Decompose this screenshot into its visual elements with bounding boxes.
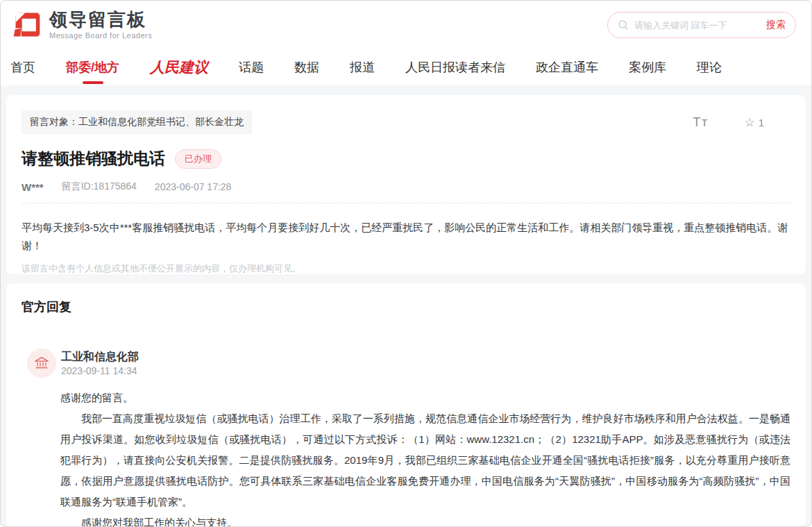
- nav-item-gov-biz-express[interactable]: 政企直通车: [536, 49, 598, 85]
- nav-item-home[interactable]: 首页: [10, 49, 35, 85]
- reply-section-title: 官方回复: [22, 299, 790, 315]
- reply-paragraph: 感谢您对我部工作的关心与支持。: [60, 512, 790, 527]
- divider: [22, 203, 790, 203]
- search-box: 搜索: [607, 12, 796, 38]
- main-nav: 首页 部委/地方 人民建议 话题 数据 报道 人民日报读者来信 政企直通车 案例…: [1, 49, 811, 85]
- author-name: W***: [22, 181, 44, 193]
- nav-item-case-library[interactable]: 案例库: [629, 49, 666, 85]
- favorite-button[interactable]: ☆ 1: [744, 115, 764, 130]
- site-header: 领导留言板 Message Board for Leaders 搜索: [1, 1, 811, 49]
- message-target-row: 留言对象：工业和信息化部党组书记、部长金壮龙 Tᴛ ☆ 1: [22, 110, 790, 134]
- logo-icon: [12, 10, 42, 40]
- message-author-row: W*** 留言ID:18175864 2023-06-07 17:28: [22, 181, 790, 193]
- message-title-row: 请整顿推销骚扰电话 已办理: [22, 148, 790, 169]
- reply-agency-name: 工业和信息化部: [61, 350, 139, 365]
- reply-meta: 工业和信息化部 2023-09-11 14:34: [61, 350, 139, 377]
- search-icon: [618, 19, 629, 31]
- message-title: 请整顿推销骚扰电话: [22, 148, 165, 169]
- official-reply-card: 官方回复 工业和信息化部 2023-09-11 14:34: [6, 283, 806, 527]
- message-target-tag: 留言对象：工业和信息化部党组书记、部长金壮龙: [22, 110, 252, 134]
- logo-title: 领导留言板: [49, 10, 152, 29]
- nav-item-reader-letters[interactable]: 人民日报读者来信: [405, 49, 505, 85]
- search-input[interactable]: [634, 20, 761, 31]
- reply-body: 感谢您的留言。 我部一直高度重视垃圾短信（或骚扰电话）治理工作，采取了一系列措施…: [60, 387, 790, 527]
- nav-item-reports[interactable]: 报道: [350, 49, 375, 85]
- font-size-icon[interactable]: Tᴛ: [693, 115, 708, 130]
- favorite-count: 1: [759, 117, 764, 128]
- logo-text: 领导留言板 Message Board for Leaders: [49, 10, 152, 39]
- government-building-icon: [34, 355, 49, 371]
- site-logo[interactable]: 领导留言板 Message Board for Leaders: [12, 10, 152, 40]
- message-id: 留言ID:18175864: [62, 181, 137, 193]
- nav-item-topics[interactable]: 话题: [239, 49, 264, 85]
- reply-paragraph: 我部一直高度重视垃圾短信（或骚扰电话）治理工作，采取了一系列措施，规范信息通信企…: [60, 408, 790, 512]
- star-icon: ☆: [744, 115, 754, 130]
- privacy-note: 该留言中含有个人信息或其他不便公开展示的内容，仅办理机构可见。: [22, 262, 790, 275]
- active-tab-underline: [83, 81, 103, 84]
- nav-item-theory[interactable]: 理论: [697, 49, 722, 85]
- message-timestamp: 2023-06-07 17:28: [155, 181, 232, 192]
- reply-block: 工业和信息化部 2023-09-11 14:34 感谢您的留言。 我部一直高度重…: [22, 349, 790, 527]
- nav-item-ministries[interactable]: 部委/地方: [66, 49, 119, 85]
- page-frame: 领导留言板 Message Board for Leaders 搜索 首页 部委…: [0, 0, 812, 527]
- message-body: 平均每天接到3-5次中***客服推销骚扰电话，平均每个月要接到好几十次，已经严重…: [22, 219, 790, 254]
- reply-paragraph: 感谢您的留言。: [60, 387, 790, 408]
- nav-item-label: 部委/地方: [66, 60, 119, 74]
- message-card: 留言对象：工业和信息化部党组书记、部长金壮龙 Tᴛ ☆ 1 请整顿推销骚扰电话 …: [6, 95, 806, 274]
- search-button[interactable]: 搜索: [761, 19, 786, 31]
- reply-timestamp: 2023-09-11 14:34: [61, 365, 139, 376]
- message-tools: Tᴛ ☆ 1: [693, 115, 790, 130]
- nav-item-people-suggestions[interactable]: 人民建议: [150, 49, 208, 85]
- reply-header: 工业和信息化部 2023-09-11 14:34: [27, 349, 790, 378]
- avatar: [27, 349, 56, 378]
- logo-subtitle: Message Board for Leaders: [49, 31, 152, 40]
- nav-item-data[interactable]: 数据: [294, 49, 319, 85]
- status-badge: 已办理: [175, 149, 221, 169]
